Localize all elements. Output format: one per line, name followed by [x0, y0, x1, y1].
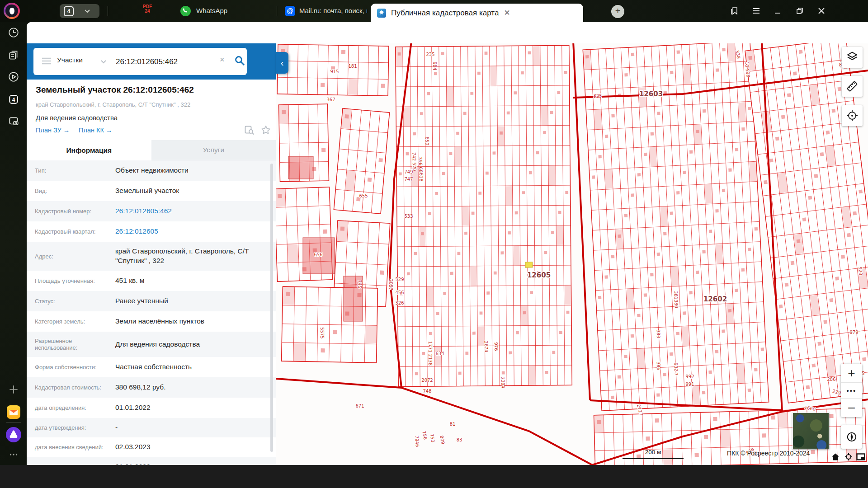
- parcel-number-label: 979: [849, 330, 858, 335]
- tab-close-icon[interactable]: ✕: [504, 9, 510, 17]
- selected-parcel[interactable]: [525, 262, 533, 268]
- quarter-number-label: 12602: [703, 295, 727, 303]
- ruler-icon: [844, 79, 860, 94]
- tab-counter[interactable]: 4: [60, 4, 99, 18]
- parcel-number-label: 747: [404, 177, 413, 182]
- tab-active-pkk[interactable]: Публичная кадастровая карта ✕: [371, 4, 583, 22]
- parcel-number-label: 976: [494, 342, 499, 351]
- plan-zu-link[interactable]: План ЗУ →: [36, 127, 70, 134]
- info-row-value: Для ведения садоводства: [115, 340, 276, 349]
- info-row: Разрешенное использование:Для ведения са…: [27, 332, 276, 357]
- pkk-favicon: [377, 9, 386, 18]
- info-row-label: Кадастровый квартал:: [35, 228, 115, 235]
- pdf24-extension-icon[interactable]: PDF24: [143, 5, 152, 14]
- parcel-number-label: 932 7: [674, 362, 679, 375]
- search-icon[interactable]: [234, 55, 246, 67]
- zoom-in-button[interactable]: +: [841, 364, 862, 383]
- info-row-value-link[interactable]: 26:12:012605: [115, 227, 276, 236]
- plan-kk-link[interactable]: План КК →: [79, 127, 112, 134]
- info-row-value: Ранее учтенный: [115, 296, 276, 306]
- compass-icon: [844, 429, 859, 445]
- alice-assistant-icon[interactable]: [6, 427, 21, 442]
- favorite-star-icon[interactable]: [261, 125, 271, 135]
- collapse-panel-button[interactable]: ‹: [276, 52, 288, 74]
- zoom-control: + ••• −: [841, 364, 862, 417]
- compass-button[interactable]: [841, 425, 862, 449]
- parcel-number-label: 753: [429, 433, 435, 443]
- extent-button[interactable]: [856, 453, 865, 460]
- parcel-number-label: 992: [685, 374, 694, 379]
- info-row: Форма собственности:Частная собственност…: [27, 357, 276, 377]
- search-menu-icon[interactable]: [42, 57, 52, 65]
- bookmarks-panel-icon[interactable]: [729, 5, 740, 16]
- info-row-label: Тип:: [35, 167, 115, 174]
- info-row-value: 01.01.2022: [115, 403, 276, 413]
- info-row: Тип:Объект недвижимости: [27, 160, 276, 181]
- notes-icon[interactable]: [8, 49, 19, 61]
- home-button[interactable]: [831, 452, 840, 461]
- video-icon[interactable]: [8, 71, 19, 83]
- satellite-preview[interactable]: [793, 413, 829, 449]
- info-row-label: Кадастровый номер:: [35, 208, 115, 215]
- info-row-label: Площадь уточненная:: [35, 277, 115, 284]
- search-input[interactable]: [115, 53, 216, 70]
- quarter-number-label: 12605: [527, 271, 551, 279]
- tab-services[interactable]: Услуги: [151, 140, 276, 160]
- avatar-icon: [9, 8, 14, 14]
- add-icon[interactable]: [8, 384, 19, 395]
- parcel-number-label: 756: [421, 431, 428, 440]
- parcel-number-label: 533: [404, 214, 413, 219]
- info-row-label: Категория земель:: [35, 318, 115, 325]
- parcel-number-label: 2097: [388, 279, 393, 290]
- info-row-label: дата внесения сведений:: [35, 444, 115, 450]
- info-row-value: 02.03.2023: [115, 442, 276, 452]
- info-row-value: 380 698,12 руб.: [115, 383, 276, 392]
- browser-tab-bar: 4 PDF24 WhatsApp @ Mail.ru: почта, поиск…: [0, 0, 868, 22]
- tabs-panel-icon[interactable]: 4: [8, 94, 19, 105]
- parcel-number-label: 5575: [320, 327, 325, 338]
- info-row: Кадастровый номер:26:12:012605:462: [27, 201, 276, 221]
- mailru-tab-icon[interactable]: @: [285, 6, 295, 16]
- info-row-value-link[interactable]: 26:12:012605:462: [115, 206, 276, 216]
- zoom-out-button[interactable]: −: [841, 399, 862, 417]
- more-icon[interactable]: [8, 449, 19, 460]
- parcel-number-label: 991: [685, 382, 694, 387]
- yandex-mail-icon[interactable]: [7, 405, 20, 419]
- clear-search-icon[interactable]: ×: [220, 55, 225, 65]
- scale-bar: [623, 458, 684, 459]
- cadastral-map[interactable]: 12603126051260223598491518136732533813 5…: [276, 43, 868, 465]
- parcel-number-label: 381380: [673, 291, 679, 309]
- menu-icon[interactable]: [751, 5, 762, 16]
- info-row-label: дата утверждения:: [35, 424, 115, 431]
- minimize-icon[interactable]: [772, 5, 783, 16]
- parcel-number-label: 984: [432, 61, 437, 70]
- parcel-number-label: 81: [450, 422, 456, 427]
- tab-whatsapp[interactable]: WhatsApp: [196, 7, 269, 14]
- parcel-title: Земельный участок 26:12:012605:462: [36, 85, 244, 95]
- panel-tabs: Информация Услуги: [27, 140, 276, 160]
- panel-scrollbar[interactable]: [270, 164, 273, 452]
- search-category[interactable]: Участки: [57, 56, 83, 64]
- new-tab-button[interactable]: +: [611, 5, 624, 18]
- whatsapp-tab-icon[interactable]: [180, 5, 191, 17]
- tab-mailru[interactable]: Mail.ru: почта, поиск, новости: [299, 7, 367, 14]
- measure-button[interactable]: [842, 76, 863, 97]
- marker-tool-button[interactable]: [842, 105, 863, 126]
- profile-avatar[interactable]: [4, 3, 20, 19]
- category-chevron-icon[interactable]: [100, 60, 107, 64]
- tab-count-badge: 4: [64, 6, 74, 16]
- scale-label: 200 м: [623, 449, 684, 455]
- screenshot-icon[interactable]: [8, 115, 19, 127]
- zoom-more-button[interactable]: •••: [841, 383, 862, 399]
- parcel-number-label: 529: [395, 277, 404, 282]
- tab-information[interactable]: Информация: [27, 140, 151, 160]
- restore-window-icon[interactable]: [794, 5, 805, 16]
- doc-search-icon[interactable]: [245, 126, 255, 135]
- history-icon[interactable]: [8, 27, 19, 38]
- parcel-number-label: 383: [656, 329, 661, 338]
- parcel-number-label: 367: [326, 97, 335, 102]
- layers-button[interactable]: [842, 47, 863, 68]
- parcel-number-label: 325: [593, 94, 602, 99]
- close-window-icon[interactable]: [816, 5, 827, 16]
- locate-button[interactable]: [844, 453, 853, 461]
